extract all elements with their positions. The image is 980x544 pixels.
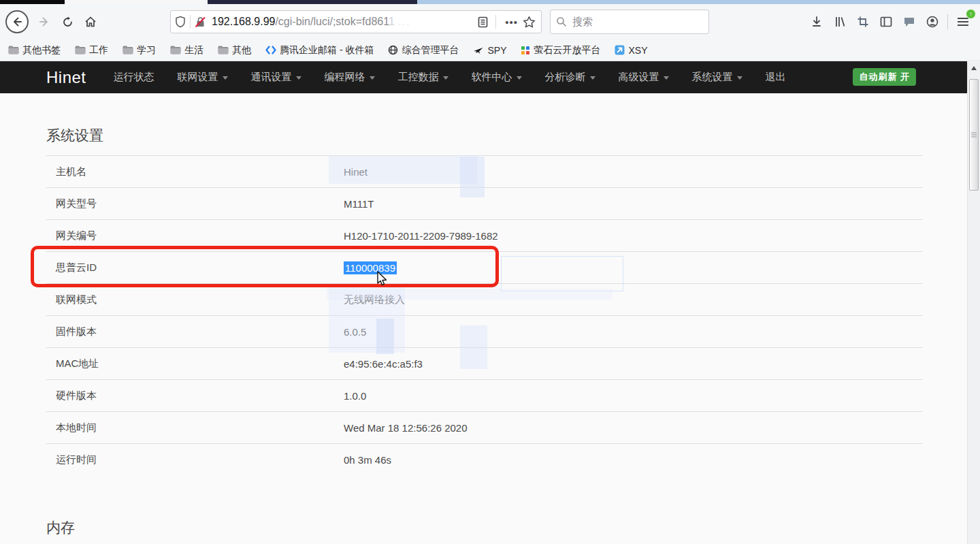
downloads-button[interactable] [805, 12, 828, 32]
nav-item-label: 编程网络 [325, 71, 365, 84]
bookmark-item[interactable]: SPY [473, 45, 506, 56]
nav-item[interactable]: 退出 [766, 71, 786, 84]
update-badge-icon: ↑ [966, 9, 976, 19]
bookmark-item[interactable]: 生活 [170, 44, 203, 57]
folder-icon [75, 46, 86, 54]
selected-text[interactable]: 110000839 [344, 261, 397, 274]
account-button[interactable] [921, 12, 944, 32]
nav-item-label: 工控数据 [398, 71, 439, 84]
blue-arrow-icon [615, 45, 625, 55]
scrollbar-up-arrow[interactable] [968, 62, 980, 74]
row-value: 无线网络接入 [344, 293, 405, 306]
nav-item[interactable]: 系统设置 [692, 71, 742, 84]
table-row: 本地时间Wed Mar 18 12:56:26 2020 [46, 412, 922, 444]
back-icon [11, 16, 23, 28]
chevron-down-icon [370, 76, 375, 80]
bookmark-label: 腾讯企业邮箱 - 收件箱 [280, 44, 374, 57]
url-text[interactable]: 192.168.9.99/cgi-bin/luci/;stok=fd8611 .… [212, 16, 477, 28]
chevron-down-icon [517, 76, 522, 80]
nav-item[interactable]: 工控数据 [398, 71, 448, 84]
reader-view-icon[interactable] [477, 16, 489, 28]
row-value: Hinet [344, 166, 368, 178]
url-path: /cgi-bin/luci/;stok=fd861 [275, 16, 388, 27]
bookmark-label: 工作 [89, 44, 108, 57]
url-divider-2 [495, 15, 496, 29]
nav-item-label: 联网设置 [178, 71, 218, 84]
forward-button[interactable] [33, 10, 56, 33]
chevron-down-icon [296, 76, 301, 80]
system-settings-table: 主机名Hinet网关型号M111T网关编号H120-1710-2011-2209… [46, 155, 922, 476]
bookmark-item[interactable]: XSY [615, 45, 647, 56]
row-label: 思普云ID [56, 261, 344, 274]
row-label: 运行时间 [56, 453, 344, 466]
table-row: 运行时间0h 3m 46s [46, 444, 922, 476]
scrollbar-thumb[interactable] [969, 79, 979, 191]
nav-item[interactable]: 联网设置 [178, 71, 228, 84]
color-dots-icon [521, 46, 530, 55]
tracking-shield-icon[interactable] [175, 16, 186, 28]
nav-item[interactable]: 运行状态 [114, 71, 154, 84]
page-actions-button[interactable]: ••• [505, 16, 518, 28]
bookmark-item[interactable]: 学习 [122, 44, 156, 57]
screenshot-button[interactable] [851, 12, 875, 32]
toolbar-divider [947, 14, 948, 29]
nav-item[interactable]: 分析诊断 [545, 71, 595, 84]
bookmark-item[interactable]: 其他 [218, 44, 251, 57]
bookmark-label: 其他书签 [22, 44, 61, 57]
nav-item-label: 系统设置 [692, 71, 733, 84]
globe-icon [388, 45, 398, 55]
nav-item[interactable]: 通讯设置 [251, 71, 301, 84]
back-button[interactable] [5, 10, 29, 33]
bookmark-item[interactable]: 腾讯企业邮箱 - 收件箱 [265, 44, 374, 57]
row-label: 主机名 [56, 165, 344, 178]
chevron-down-icon [443, 76, 448, 80]
bookmark-label: 综合管理平台 [402, 44, 459, 57]
bookmark-item[interactable]: 萤石云开放平台 [521, 44, 600, 57]
browser-window: { "window": { "strip": [ {"w": 95, "colo… [0, 0, 980, 544]
insecure-lock-icon[interactable] [195, 16, 206, 28]
library-button[interactable] [828, 12, 851, 32]
bookmark-item[interactable]: 综合管理平台 [388, 44, 459, 57]
nav-item[interactable]: 编程网络 [325, 71, 375, 84]
scrollbar[interactable] [967, 62, 980, 544]
brand-logo[interactable]: Hinet [46, 68, 86, 87]
search-input[interactable]: 搜索 [550, 10, 709, 34]
bookmark-item[interactable]: 工作 [75, 44, 108, 57]
window-strip-segment [65, 0, 208, 4]
reload-button[interactable] [56, 10, 79, 33]
home-button[interactable] [79, 10, 102, 33]
row-value: 0h 3m 46s [344, 454, 391, 466]
folder-icon [218, 46, 229, 54]
bookmark-item[interactable]: 其他书签 [8, 44, 61, 57]
row-label: 联网模式 [56, 293, 344, 306]
chat-bubble-icon [903, 16, 915, 27]
bookmark-label: 萤石云开放平台 [534, 44, 600, 57]
nav-item[interactable]: 软件中心 [472, 71, 522, 84]
nav-item-label: 运行状态 [114, 71, 154, 84]
nav-item-label: 通讯设置 [251, 71, 292, 84]
window-strip-segment [208, 0, 417, 4]
table-row: MAC地址e4:95:6e:4c:a5:f3 [46, 348, 922, 380]
bookmark-star-icon[interactable] [523, 16, 536, 29]
folder-icon [170, 46, 181, 54]
row-label: 网关型号 [56, 197, 344, 210]
url-bar[interactable]: 192.168.9.99/cgi-bin/luci/;stok=fd8611 .… [170, 10, 542, 33]
search-placeholder: 搜索 [572, 16, 593, 29]
table-row: 网关编号H120-1710-2011-2209-7989-1682 [46, 220, 922, 252]
window-strip-segment [0, 0, 65, 4]
memory-section-title: 内存 [46, 518, 922, 544]
sidebar-button[interactable] [875, 12, 898, 32]
bookmark-label: XSY [628, 45, 647, 56]
bookmark-label: SPY [487, 45, 506, 56]
menu-button[interactable]: ↑ [951, 12, 975, 32]
row-label: 网关编号 [56, 229, 344, 242]
auto-refresh-toggle[interactable]: 自动刷新 开 [853, 68, 916, 86]
chevron-down-icon [737, 76, 742, 80]
bookmarks-bar: 其他书签工作学习生活其他腾讯企业邮箱 - 收件箱综合管理平台SPY萤石云开放平台… [0, 39, 980, 61]
folder-icon [8, 46, 19, 54]
url-host: 192.168.9.99 [212, 16, 275, 27]
nav-item[interactable]: 高级设置 [619, 71, 669, 84]
table-row: 网关型号M111T [46, 188, 922, 220]
row-value: 1.0.0 [344, 390, 366, 402]
pocket-button[interactable] [898, 12, 921, 32]
